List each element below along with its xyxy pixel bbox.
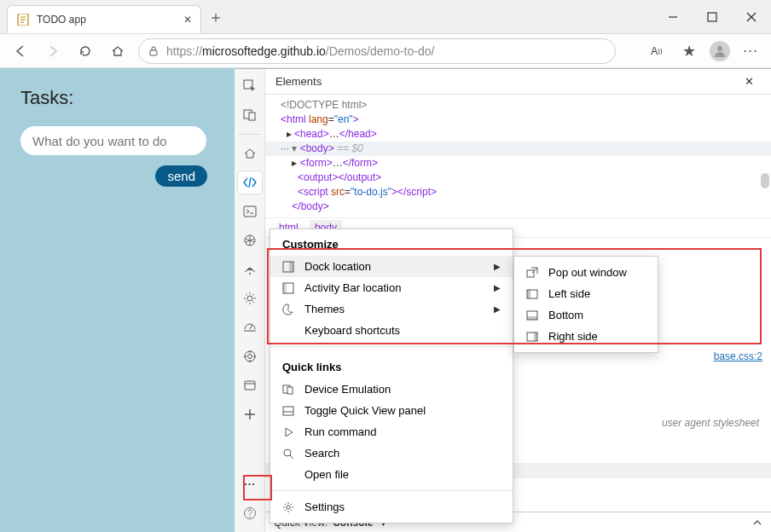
svg-rect-8 — [150, 50, 157, 55]
play-icon — [282, 426, 296, 438]
elements-panel-icon[interactable] — [237, 171, 263, 194]
url-bar[interactable]: https://microsoftedge.github.io/Demos/de… — [138, 38, 616, 64]
gear-icon — [282, 501, 296, 513]
svg-rect-29 — [283, 283, 287, 293]
scrollbar-thumb[interactable] — [761, 173, 769, 188]
svg-point-19 — [247, 355, 252, 359]
help-icon[interactable] — [237, 501, 263, 525]
chevron-right-icon: ▶ — [494, 283, 501, 292]
svg-rect-32 — [283, 407, 293, 415]
window-titlebar: TODO app ✕ ＋ — [0, 0, 771, 34]
svg-rect-43 — [534, 332, 537, 341]
ctx-activity-bar-location[interactable]: Activity Bar location ▶ — [270, 277, 513, 298]
ctx-dock-location[interactable]: Dock location ▶ — [270, 256, 513, 277]
lock-icon — [148, 45, 159, 57]
new-tab-button[interactable]: ＋ — [201, 0, 230, 33]
ctx-toggle-quick-view[interactable]: Toggle Quick View panel — [270, 400, 513, 421]
window-maximize-button[interactable] — [693, 0, 732, 33]
profile-avatar[interactable] — [710, 41, 730, 61]
svg-rect-13 — [244, 206, 256, 217]
svg-point-36 — [287, 505, 290, 508]
read-aloud-button[interactable]: A)) — [645, 39, 669, 63]
window-minimize-button[interactable] — [653, 0, 693, 33]
chevron-right-icon: ▶ — [494, 304, 501, 314]
svg-rect-31 — [287, 387, 293, 394]
dock-bottom-icon — [526, 309, 540, 321]
ctx-open-file[interactable]: Open file — [270, 464, 513, 485]
sources-panel-icon[interactable] — [237, 228, 263, 252]
ctx-header-customize: Customize — [270, 229, 513, 256]
send-button[interactable]: send — [155, 165, 207, 187]
svg-point-15 — [249, 273, 251, 275]
security-panel-icon[interactable] — [237, 373, 263, 397]
ctx-search[interactable]: Search — [270, 442, 513, 464]
window-controls — [653, 0, 771, 33]
expand-quickview-icon[interactable] — [752, 518, 762, 528]
home-button[interactable] — [106, 39, 130, 63]
svg-line-35 — [290, 455, 293, 459]
ctx-settings[interactable]: Settings — [270, 496, 513, 518]
dock-bottom[interactable]: Bottom — [514, 304, 658, 326]
performance-panel-icon[interactable] — [237, 286, 263, 310]
svg-rect-27 — [289, 262, 293, 272]
network-panel-icon[interactable] — [237, 257, 263, 281]
theme-icon — [282, 304, 296, 315]
console-panel-icon[interactable] — [237, 200, 263, 223]
panel-title: Elements — [275, 75, 322, 88]
panel-header: Elements ✕ — [265, 69, 771, 95]
ctx-device-emulation[interactable]: Device Emulation — [270, 379, 513, 400]
ctx-keyboard-shortcuts[interactable]: Keyboard shortcuts — [270, 320, 513, 341]
svg-point-16 — [247, 296, 252, 301]
rendered-page: Tasks: send — [0, 68, 235, 532]
devtools-more-button[interactable]: ··· — [237, 472, 263, 496]
dock-left[interactable]: Left side — [514, 283, 658, 304]
devtools-close-button[interactable]: ✕ — [737, 70, 761, 94]
browser-menu-button[interactable]: ··· — [739, 39, 762, 63]
memory-panel-icon[interactable] — [237, 315, 263, 339]
dock-right[interactable]: Right side — [514, 326, 658, 347]
url-text: https://microsoftedge.github.io/Demos/de… — [166, 44, 434, 58]
browser-tab[interactable]: TODO app ✕ — [7, 5, 201, 33]
dock-left-icon — [526, 288, 540, 300]
popout-icon — [526, 267, 540, 279]
tab-favicon-icon — [16, 13, 30, 26]
panel-icon — [282, 405, 296, 417]
tab-title: TODO app — [37, 14, 177, 26]
tasks-heading: Tasks: — [20, 87, 214, 109]
ctx-run-command[interactable]: Run command — [270, 421, 513, 442]
application-panel-icon[interactable] — [237, 344, 263, 368]
favorite-star-icon[interactable]: ★ — [677, 39, 701, 63]
svg-rect-20 — [245, 381, 255, 390]
search-icon — [282, 448, 296, 460]
window-close-button[interactable] — [732, 0, 771, 33]
add-panel-button[interactable] — [237, 402, 263, 426]
svg-point-9 — [717, 46, 722, 51]
svg-rect-5 — [708, 13, 716, 21]
activity-bar: ··· — [235, 69, 265, 532]
ctx-header-quicklinks: Quick links — [270, 352, 513, 379]
inspect-tool-icon[interactable] — [237, 74, 263, 98]
svg-rect-12 — [249, 113, 255, 120]
ctx-themes[interactable]: Themes ▶ — [270, 298, 513, 320]
svg-rect-41 — [527, 316, 537, 320]
device-emulation-icon[interactable] — [237, 103, 263, 127]
task-input[interactable] — [20, 126, 206, 155]
refresh-button[interactable] — [73, 39, 97, 63]
css-source-link[interactable]: base.css:2 — [714, 350, 762, 362]
dock-right-icon — [526, 331, 540, 343]
devtools-context-menu: Customize Dock location ▶ Activity Bar l… — [270, 228, 513, 523]
forward-button[interactable] — [41, 39, 65, 63]
svg-point-34 — [284, 449, 291, 456]
dock-icon — [282, 261, 296, 273]
svg-rect-37 — [527, 270, 534, 277]
device-icon — [282, 384, 296, 396]
svg-point-25 — [249, 516, 250, 517]
tab-close-icon[interactable]: ✕ — [183, 14, 192, 26]
svg-rect-39 — [527, 290, 530, 298]
dock-popout[interactable]: Pop out window — [514, 262, 658, 283]
back-button[interactable] — [9, 39, 32, 63]
browser-toolbar: https://microsoftedge.github.io/Demos/de… — [0, 34, 771, 68]
welcome-icon[interactable] — [237, 142, 263, 165]
dock-location-submenu: Pop out window Left side Bottom Right si… — [513, 256, 658, 353]
dom-tree[interactable]: <!DOCTYPE html> <html lang="en"> ▸ <head… — [265, 95, 771, 217]
